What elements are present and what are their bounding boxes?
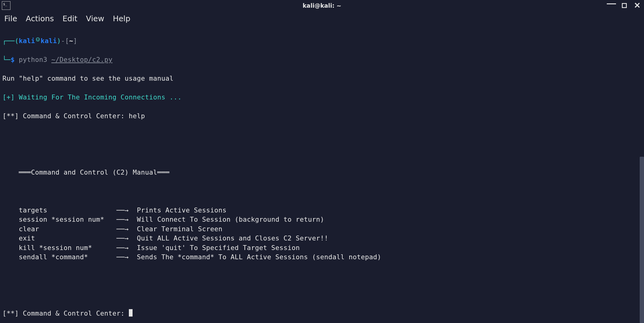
menu-view[interactable]: View <box>86 14 104 23</box>
close-button[interactable] <box>633 1 642 10</box>
menu-actions[interactable]: Actions <box>26 14 54 23</box>
manual-row: clear ──→ Clear Terminal Screen <box>2 224 642 234</box>
minimize-button[interactable]: — <box>607 1 616 10</box>
output-waiting: [+] Waiting For The Incoming Connections… <box>2 93 642 102</box>
svg-point-5 <box>38 39 39 40</box>
blank-line-4 <box>2 271 642 281</box>
skull-icon <box>35 36 41 45</box>
svg-point-4 <box>37 39 38 40</box>
cursor-icon <box>129 309 133 317</box>
prompt-cwd: ~ <box>69 37 73 45</box>
manual-row: kill *session num* ──→ Issue 'quit' To S… <box>2 243 642 253</box>
blank-line-2 <box>2 149 642 159</box>
manual-header: ═══Command and Control (C2) Manual═══ <box>2 168 642 177</box>
prompt-line-2: └─$ python3 ~/Desktop/c2.py <box>2 55 642 65</box>
manual-lines: targets ──→ Prints Active Sessions sessi… <box>2 206 642 262</box>
title-bar: $_ kali@kali: ~ — <box>0 0 644 11</box>
blank-line-1 <box>2 130 642 140</box>
svg-point-3 <box>36 38 40 41</box>
prompt-host: kali <box>41 37 57 45</box>
blank-line-5 <box>2 290 642 300</box>
maximize-icon <box>622 1 627 10</box>
window-controls: — <box>607 1 642 10</box>
menu-bar: File Actions Edit View Help <box>0 11 644 27</box>
manual-row: session *session num* ──→ Will Connect T… <box>2 215 642 224</box>
output-help-hint: Run "help" command to see the usage manu… <box>2 74 642 83</box>
terminal-app-icon: $_ <box>2 1 10 10</box>
blank-line-3 <box>2 187 642 196</box>
app-icon-text: $_ <box>3 2 7 6</box>
maximize-button[interactable] <box>620 1 629 10</box>
svg-rect-0 <box>622 3 626 8</box>
prompt-symbol: $ <box>11 56 15 63</box>
menu-help[interactable]: Help <box>113 14 130 23</box>
manual-row: sendall *command* ──→ Sends The *command… <box>2 252 642 262</box>
menu-edit[interactable]: Edit <box>62 14 77 23</box>
manual-row: exit ──→ Quit ALL Active Sessions and Cl… <box>2 234 642 243</box>
cc-prompt-help: [**] Command & Control Center: help <box>2 111 642 121</box>
scrollbar[interactable] <box>640 157 644 323</box>
command-arg: ~/Desktop/c2.py <box>51 56 113 63</box>
cc-prompt-empty: [**] Command & Control Center: <box>2 309 642 318</box>
manual-row: targets ──→ Prints Active Sessions <box>2 206 642 215</box>
terminal-output[interactable]: ┌──(kalikali)-[~] └─$ python3 ~/Desktop/… <box>0 27 644 323</box>
close-icon <box>634 1 640 10</box>
prompt-user: kali <box>19 37 35 45</box>
menu-file[interactable]: File <box>4 14 17 23</box>
command-text: python3 <box>19 56 47 63</box>
prompt-line-1: ┌──(kalikali)-[~] <box>2 36 642 46</box>
window-title: kali@kali: ~ <box>303 2 341 9</box>
